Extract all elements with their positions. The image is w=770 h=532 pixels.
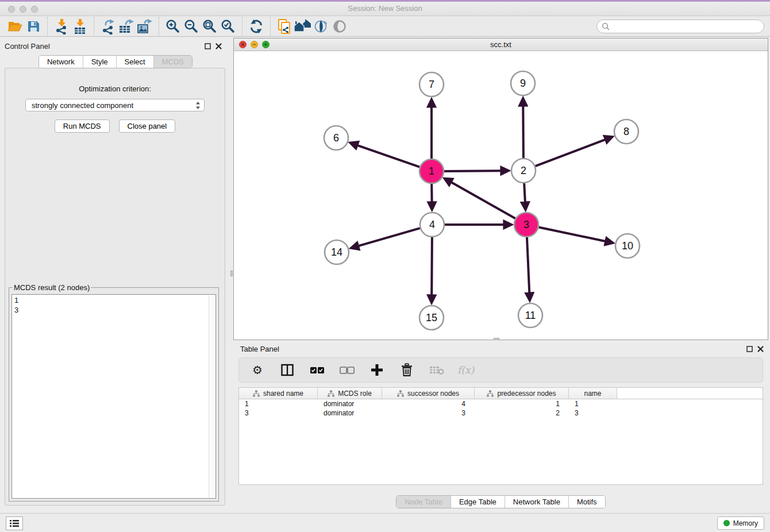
graph-node-label: 4: [429, 219, 435, 230]
table-toolbar: ⚙ f(x): [238, 357, 763, 383]
cell-predecessor-nodes: 2: [475, 409, 569, 417]
column-settings-icon[interactable]: [278, 361, 297, 379]
main-toolbar: [0, 16, 770, 37]
graph-edge-1-6[interactable]: [357, 145, 419, 167]
table-panel: Table Panel ⚙ f(x) shared name MCDS role: [233, 342, 768, 511]
network-graph[interactable]: 7968124314101511: [234, 51, 768, 340]
eye-icon[interactable]: [330, 17, 349, 36]
delete-icon[interactable]: [398, 361, 416, 379]
run-mcds-button[interactable]: Run MCDS: [55, 119, 110, 133]
open-session-icon[interactable]: [6, 17, 24, 36]
tab-edge-table[interactable]: Edge Table: [451, 496, 505, 508]
export-table-icon[interactable]: [117, 17, 136, 36]
duplicate-network-icon[interactable]: [275, 17, 294, 36]
tab-motifs[interactable]: Motifs: [568, 496, 605, 508]
import-table-icon[interactable]: [71, 17, 89, 36]
zoom-out-icon[interactable]: [182, 17, 201, 36]
app-titlebar: Session: New Session: [0, 2, 770, 16]
tab-select[interactable]: Select: [116, 56, 153, 68]
deselect-all-icon[interactable]: [338, 361, 356, 379]
graph-edge-2-9[interactable]: [523, 106, 523, 158]
graph-node-label: 11: [525, 310, 536, 321]
select-all-icon[interactable]: [308, 361, 326, 379]
graph-edge-3-1[interactable]: [451, 182, 515, 218]
graph-node-label: 7: [429, 79, 434, 90]
add-column-icon[interactable]: [368, 361, 386, 379]
float-panel-icon[interactable]: [205, 43, 211, 49]
network-window-title: scc.txt: [234, 40, 768, 49]
memory-label: Memory: [733, 519, 758, 527]
graph-edge-4-15[interactable]: [432, 237, 432, 295]
cell-successor-nodes: 3: [382, 409, 475, 417]
search-input[interactable]: [612, 21, 759, 32]
column-header-filler: [617, 388, 763, 399]
column-header-mcds-role[interactable]: MCDS role: [318, 388, 382, 399]
cell-successor-nodes: 4: [382, 400, 475, 408]
tab-node-table[interactable]: Node Table: [396, 496, 451, 508]
result-line: 1: [14, 295, 213, 305]
graph-node-label: 14: [331, 246, 342, 258]
tab-style[interactable]: Style: [83, 56, 116, 68]
float-table-panel-icon[interactable]: [746, 346, 753, 352]
close-view-icon[interactable]: [239, 41, 247, 48]
graph-node-label: 15: [426, 312, 437, 323]
refresh-icon[interactable]: [247, 17, 265, 36]
gear-icon[interactable]: ⚙: [248, 361, 267, 379]
column-header-shared-name[interactable]: shared name: [239, 388, 318, 399]
graph-edge-2-8[interactable]: [536, 140, 606, 166]
cell-shared-name: 3: [239, 409, 318, 417]
cell-shared-name: 1: [239, 400, 318, 408]
tab-mcds[interactable]: MCDS: [153, 56, 192, 68]
home-icon[interactable]: [294, 17, 312, 36]
mcds-result-text[interactable]: 1 3: [11, 294, 216, 499]
attribute-tree-icon: [253, 390, 260, 397]
tab-network-table[interactable]: Network Table: [505, 496, 568, 508]
network-window-titlebar[interactable]: scc.txt: [234, 38, 768, 51]
attribute-tree-icon: [487, 390, 494, 397]
network-canvas[interactable]: 7968124314101511: [234, 51, 768, 340]
column-header-predecessor-nodes[interactable]: predecessor nodes: [475, 388, 569, 399]
node-table: shared name MCDS role successor nodes pr…: [238, 387, 763, 485]
graph-edge-3-11[interactable]: [527, 237, 529, 293]
export-network-icon[interactable]: [99, 17, 117, 36]
close-table-panel-icon[interactable]: [757, 346, 764, 352]
graph-edge-4-14[interactable]: [359, 228, 420, 246]
result-scrollbar[interactable]: [209, 295, 215, 498]
column-header-successor-nodes[interactable]: successor nodes: [382, 388, 475, 399]
window-resize-handle[interactable]: [494, 338, 499, 340]
cell-predecessor-nodes: 1: [475, 400, 569, 408]
function-builder-icon[interactable]: f(x): [457, 364, 474, 376]
minimize-view-icon[interactable]: [251, 41, 258, 48]
table-row[interactable]: 1 dominator 4 1 1: [239, 399, 763, 408]
optimization-criterion-select[interactable]: strongly connected component: [25, 99, 205, 111]
graph-edge-2-3[interactable]: [524, 183, 525, 202]
optimization-criterion-label: Optimization criterion:: [5, 84, 225, 93]
search-field[interactable]: [596, 20, 764, 33]
close-panel-icon[interactable]: [215, 43, 222, 49]
zoom-fit-icon[interactable]: [201, 17, 219, 36]
zoom-in-icon[interactable]: [164, 17, 182, 36]
export-image-icon[interactable]: [136, 17, 154, 36]
column-header-name[interactable]: name: [569, 388, 617, 399]
graph-edge-3-10[interactable]: [539, 228, 606, 242]
mcds-result-fieldset: MCDS result (2 nodes) 1 3: [9, 283, 219, 502]
visual-style-icon[interactable]: [312, 17, 330, 36]
table-row[interactable]: 3 dominator 3 2 3: [239, 408, 763, 418]
toolbar-separator: [159, 17, 159, 36]
control-panel: Control Panel Network Style Select MCDS …: [5, 40, 226, 506]
close-panel-button[interactable]: Close panel: [119, 119, 176, 133]
toolbar-separator: [242, 17, 242, 36]
memory-button[interactable]: Memory: [717, 516, 764, 530]
import-network-icon[interactable]: [52, 17, 71, 36]
graph-node-label: 3: [523, 219, 529, 230]
graph-node-label: 2: [521, 165, 526, 176]
save-session-icon[interactable]: [24, 17, 43, 36]
graph-edge-1-2[interactable]: [444, 171, 501, 171]
maximize-view-icon[interactable]: [262, 41, 270, 48]
tab-network[interactable]: Network: [39, 56, 83, 68]
list-icon: [9, 519, 20, 527]
task-history-button[interactable]: [6, 516, 23, 530]
delete-table-icon[interactable]: [428, 361, 446, 379]
splitter-handle[interactable]: [230, 271, 233, 276]
zoom-selected-icon[interactable]: [219, 17, 237, 36]
